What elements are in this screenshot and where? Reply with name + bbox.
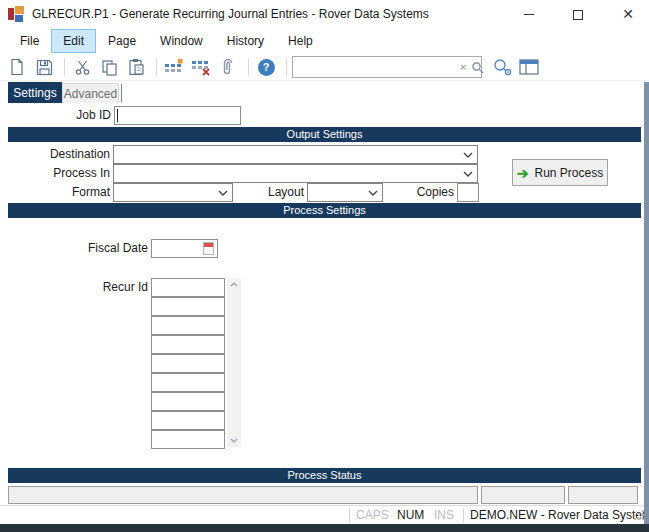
ins-indicator: INS [434,508,454,522]
desktop-strip [0,524,649,532]
run-arrow-icon: ➔ [517,166,529,180]
menu-window[interactable]: Window [148,29,215,53]
chevron-down-icon [368,190,378,196]
app-icon-square-blue [15,15,23,22]
minimize-icon [524,14,534,15]
delete-rows-icon[interactable] [189,57,213,77]
copies-input[interactable] [457,183,479,202]
job-id-input[interactable] [114,106,241,125]
window-layout-icon[interactable] [517,57,541,77]
menu-help[interactable]: Help [276,29,325,53]
menu-page[interactable]: Page [96,29,148,53]
job-id-label: Job ID [0,106,111,125]
attach-icon[interactable] [216,57,240,77]
copies-label: Copies [384,183,454,202]
app-window: GLRECUR.P1 - Generate Recurring Journal … [0,0,649,532]
tab-settings[interactable]: Settings [8,82,62,103]
run-process-button[interactable]: ➔ Run Process [512,159,608,186]
calendar-icon-top [204,243,213,247]
status-bar-divider [463,508,464,523]
toolbar-separator [248,58,249,76]
title-bar: GLRECUR.P1 - Generate Recurring Journal … [0,0,649,28]
menu-history[interactable]: History [215,29,276,53]
toolbar-separator [286,58,287,76]
recur-id-input-6[interactable] [151,373,225,392]
process-status-field-main [8,486,478,504]
menu-bar: File Edit Page Window History Help [0,28,649,54]
tab-strip-divider [121,84,122,102]
fiscal-date-input[interactable] [151,239,218,258]
recur-id-input-2[interactable] [151,297,225,316]
insert-rows-icon[interactable] [162,57,186,77]
window-title: GLRECUR.P1 - Generate Recurring Journal … [32,7,429,21]
layout-label: Layout [230,183,304,202]
recur-id-input-5[interactable] [151,354,225,373]
search-icon[interactable] [470,61,489,74]
caps-indicator: CAPS [356,508,389,522]
cut-icon[interactable] [70,57,94,77]
recur-id-input-4[interactable] [151,335,225,354]
help-icon[interactable]: ? [254,57,278,77]
recur-id-input-9[interactable] [151,430,225,449]
close-button[interactable]: ✕ [613,4,643,24]
process-settings-header: Process Settings [8,203,641,218]
help-question-glyph: ? [258,59,275,76]
recur-id-label: Recur Id [0,278,148,297]
process-in-label: Process In [0,164,110,183]
toolbar-search: × [292,56,482,78]
menu-file[interactable]: File [8,29,51,53]
new-document-icon[interactable] [5,57,29,77]
scroll-up-icon[interactable] [230,282,238,287]
run-process-label: Run Process [535,166,604,180]
process-status-field-3 [568,486,638,504]
app-icon-square-red [8,8,14,20]
output-settings-header: Output Settings [8,127,641,142]
process-in-select[interactable] [113,164,478,183]
process-status-field-2 [481,486,565,504]
format-select[interactable] [113,183,233,202]
recur-id-scrollbar[interactable] [227,278,241,447]
layout-select[interactable] [307,183,383,202]
save-icon[interactable] [32,57,56,77]
search-clear-icon[interactable]: × [456,61,470,73]
maximize-button[interactable] [563,4,593,24]
destination-select[interactable] [113,145,478,164]
recur-id-input-8[interactable] [151,411,225,430]
text-caret [117,109,118,122]
app-icon [8,6,24,22]
status-bar: CAPS NUM INS DEMO.NEW - Rover Data Syste… [0,505,649,524]
chevron-down-icon [463,171,473,177]
format-label: Format [0,183,110,202]
fiscal-date-label: Fiscal Date [0,239,148,258]
recur-id-input-3[interactable] [151,316,225,335]
calendar-icon[interactable] [203,242,214,255]
destination-label: Destination [0,145,110,164]
chevron-down-icon [463,152,473,158]
maximize-icon [573,10,583,20]
app-icon-square-orange [15,6,24,14]
status-bar-divider [349,508,350,523]
toolbar-separator [156,58,157,76]
scroll-down-icon[interactable] [230,438,238,443]
chevron-down-icon [218,190,228,196]
toolbar: ? × [0,54,649,81]
recur-id-input-1[interactable] [151,278,225,297]
session-label: DEMO.NEW - Rover Data Systems [470,508,649,522]
search-input[interactable] [293,58,456,76]
paste-icon[interactable] [124,57,148,77]
copy-icon[interactable] [97,57,121,77]
window-right-border [644,82,649,524]
tab-advanced[interactable]: Advanced [62,83,119,103]
recur-id-input-7[interactable] [151,392,225,411]
menu-edit[interactable]: Edit [51,29,96,53]
toolbar-separator [64,58,65,76]
find-record-icon[interactable] [490,57,514,77]
process-status-header: Process Status [8,468,641,483]
num-indicator: NUM [397,508,424,522]
minimize-button[interactable] [514,4,544,24]
